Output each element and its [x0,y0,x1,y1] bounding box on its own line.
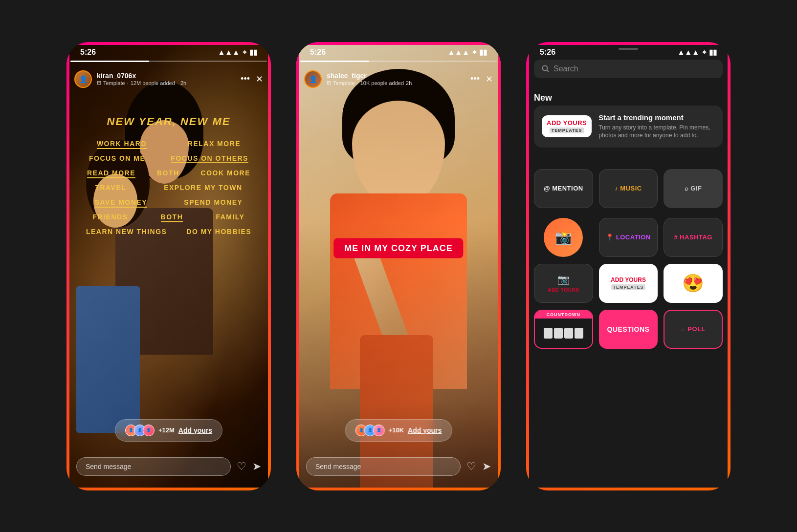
separator-2: · [357,80,358,86]
status-time-1: 5:26 [80,48,96,57]
username-1[interactable]: kiran_0706x [97,72,236,80]
sticker-templates-label: TEMPLATES [550,128,584,133]
hashtag-sticker[interactable]: # HASHTAG [664,218,723,257]
template-item-family[interactable]: FAMILY [216,213,244,221]
template-item-both-1[interactable]: BOTH [157,169,179,177]
message-input-1[interactable]: Send message [76,457,231,476]
countdown-block-4 [575,328,583,339]
status-icons-3: ▲▲▲ ⌖ ▮▮ [677,48,717,57]
countdown-sticker[interactable]: COUNTDOWN [534,310,593,349]
template-row-2: FOCUS ON ME FOCUS ON OTHERS [76,154,261,162]
template-grid-1: WORK HARD RELAX MORE FOCUS ON ME FOCUS O… [76,140,261,235]
template-row-5: SAVE MONEY SPEND MONEY [76,198,261,206]
sticker-add-yours-label: ADD YOURS [547,119,587,127]
signal-icon: ▲▲▲ [218,48,240,56]
message-bar-2: Send message ♡ ➤ [306,457,491,476]
add-yours-count-1: +12M [158,426,175,434]
username-2[interactable]: shalee_tiger [327,72,465,80]
mention-icon: @ [544,185,550,192]
template-item-travel[interactable]: TRAVEL [95,184,126,192]
add-yours-bar-2[interactable]: 👤 👤 👤 +10K Add yours [345,419,452,442]
more-icon[interactable]: ••• [241,74,250,85]
emoji-sticker[interactable]: 😍 [664,264,723,303]
template-item-save-money[interactable]: SAVE MONEY [95,198,147,206]
battery-icon-2: ▮▮ [479,48,487,57]
location-sticker[interactable]: 📍 LOCATION [599,218,658,257]
phone-1-inner: 5:26 ▲▲▲ ⌖ ▮▮ 👤 kiran_0706x ⊞ Template ·… [66,42,271,490]
svg-line-1 [547,70,549,72]
story-meta-1: ⊞ Template · 12M people added 2h [97,80,236,86]
template-item-hobbies[interactable]: DO MY HOBBIES [186,228,251,235]
more-icon-2[interactable]: ••• [470,74,480,85]
add-yours-button-1[interactable]: Add yours [178,426,212,434]
countdown-blocks [540,319,587,348]
status-bar-3: 5:26 ▲▲▲ ⌖ ▮▮ [526,42,731,59]
signal-icon-3: ▲▲▲ [677,48,699,56]
poll-sticker[interactable]: ≡ POLL [664,310,723,349]
photo-sticker-container[interactable]: 📸 [534,218,593,257]
hashtag-label: HASHTAG [680,234,712,241]
template-row-4: TRAVEL EXPLORE MY TOWN [76,184,261,192]
wifi-icon-2: ⌖ [472,48,476,57]
add-yours-t-label2: TEMPLATES [611,284,646,290]
music-sticker[interactable]: ♪ MUSIC [599,169,658,208]
message-input-2[interactable]: Send message [306,457,461,476]
template-item-explore[interactable]: EXPLORE MY TOWN [164,184,242,192]
gif-sticker[interactable]: ⌕ GIF [664,169,723,208]
send-icon-2[interactable]: ➤ [482,460,491,473]
person2-jeans [76,286,140,433]
trending-desc: Turn any story into a template. Pin meme… [598,124,715,140]
heart-icon-1[interactable]: ♡ [237,460,246,473]
search-small-icon: ⌕ [685,185,689,192]
send-icon-1[interactable]: ➤ [252,460,261,473]
location-icon: 📍 [606,234,614,241]
story-actions-1[interactable]: ••• ✕ [241,74,263,85]
countdown-block-3 [564,328,573,339]
template-item-both-2[interactable]: BOTH [161,213,183,221]
template-item-read-more[interactable]: READ MORE [87,169,135,177]
time-ago-2: 2h [406,80,412,86]
trending-title: Start a trending moment [598,113,715,122]
close-icon-1[interactable]: ✕ [256,74,263,85]
add-yours-templates-sticker[interactable]: ADD YOURS TEMPLATES [542,115,592,137]
photo-sticker[interactable]: 📸 [544,218,583,257]
add-yours-camera-sticker[interactable]: 📷 ADD YOURS [534,264,593,303]
search-bar[interactable]: Search [534,60,723,78]
svg-point-0 [543,65,548,70]
sticker-grid-row3: 📷 ADD YOURS ADD YOURS TEMPLATES 😍 [534,264,723,303]
template-content-1: NEW YEAR, NEW ME WORK HARD RELAX MORE FO… [66,106,271,245]
close-icon-2[interactable]: ✕ [486,74,493,85]
add-yours-template-sticker[interactable]: ADD YOURS TEMPLATES [599,264,658,303]
story-progress-bar-2 [300,61,497,62]
add-yours-cam-label: ADD YOURS [548,287,579,293]
template-title-1: NEW YEAR, NEW ME [76,115,261,128]
template-item-cook-more[interactable]: COOK MORE [201,169,250,177]
new-section-card[interactable]: ADD YOURS TEMPLATES Start a trending mom… [534,106,723,148]
music-icon: ♪ [615,185,618,192]
story-meta-2: ⊞ Template · 10K people added 2h [327,80,465,86]
heart-icon-2[interactable]: ♡ [466,460,476,473]
add-yours-button-2[interactable]: Add yours [408,426,442,434]
location-label: LOCATION [616,234,651,241]
template-item-spend-money[interactable]: SPEND MONEY [184,198,243,206]
template-item-work-hard[interactable]: WORK HARD [97,140,147,148]
add-yours-bar-1[interactable]: 👤 👤 👤 +12M Add yours [115,419,222,442]
people-added-2: 10K people added [360,80,404,86]
mention-sticker[interactable]: @ MENTION [534,169,593,208]
wifi-icon: ⌖ [243,48,246,57]
mini-avatar-6: 👤 [373,425,385,436]
music-label: MUSIC [620,185,642,192]
questions-label: QUESTIONS [607,325,650,333]
search-placeholder: Search [553,64,578,73]
message-bar-1: Send message ♡ ➤ [76,457,261,476]
questions-sticker[interactable]: QUESTIONS [599,310,658,349]
story-actions-2[interactable]: ••• ✕ [470,74,493,85]
template-item-learn[interactable]: LEARN NEW THINGS [86,228,167,235]
template-item-focus-others[interactable]: FOCUS ON OTHERS [171,154,248,162]
template-item-relax-more[interactable]: RELAX MORE [188,140,241,148]
battery-icon-3: ▮▮ [709,48,717,57]
template-item-focus-me[interactable]: FOCUS ON ME [89,154,145,162]
status-icons-1: ▲▲▲ ⌖ ▮▮ [218,48,257,57]
template-item-friends[interactable]: FRIENDS [93,213,128,221]
signal-icon-2: ▲▲▲ [447,48,469,56]
